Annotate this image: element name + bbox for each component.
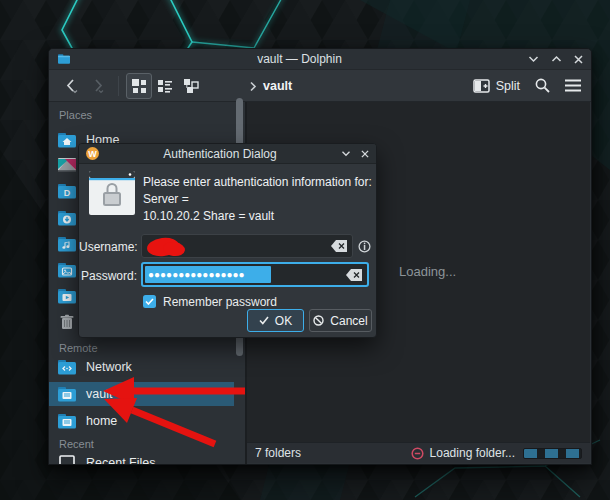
password-label: Password: bbox=[79, 269, 137, 283]
stop-loading-icon[interactable] bbox=[411, 447, 424, 460]
search-icon[interactable] bbox=[534, 77, 551, 94]
loading-progress-bar bbox=[523, 448, 582, 459]
videos-folder-icon bbox=[57, 287, 77, 305]
username-redaction-scribble bbox=[146, 237, 188, 257]
sidebar-item-label: Network bbox=[86, 360, 132, 374]
forward-button[interactable] bbox=[85, 73, 111, 99]
details-view-button[interactable] bbox=[152, 73, 178, 99]
clear-password-icon[interactable] bbox=[346, 269, 363, 281]
dialog-title: Authentication Dialog bbox=[99, 147, 341, 161]
sidebar-item-label: Recent Files bbox=[86, 456, 155, 464]
username-info-icon[interactable] bbox=[358, 240, 371, 253]
network-folder-icon bbox=[57, 358, 77, 376]
icons-view-button[interactable] bbox=[126, 73, 152, 99]
password-dialog-icon bbox=[89, 171, 135, 215]
dolphin-app-icon bbox=[57, 53, 71, 65]
hamburger-menu-icon[interactable] bbox=[565, 79, 581, 92]
main-toolbar: vault Split bbox=[49, 70, 591, 102]
status-loading-text: Loading folder... bbox=[430, 446, 515, 460]
username-label: Username: bbox=[79, 240, 137, 254]
svg-text:D: D bbox=[64, 188, 71, 198]
places-section-header: Places bbox=[59, 109, 92, 121]
sidebar-item-recent-files[interactable]: Recent Files bbox=[49, 451, 234, 464]
password-selected-text: ●●●●●●●●●●●●●●●● bbox=[145, 266, 271, 283]
tree-view-icon bbox=[183, 78, 199, 94]
remember-password-checkbox[interactable] bbox=[143, 295, 156, 308]
remote-section-header: Remote bbox=[59, 342, 98, 354]
cancel-button[interactable]: Cancel bbox=[309, 309, 372, 332]
details-view-icon bbox=[157, 78, 173, 94]
ok-button[interactable]: OK bbox=[247, 309, 304, 332]
close-icon[interactable] bbox=[574, 55, 583, 64]
dialog-app-icon: W bbox=[86, 147, 99, 160]
window-title: vault — Dolphin bbox=[71, 52, 528, 66]
authentication-dialog: W Authentication Dialog Please enter aut… bbox=[78, 143, 377, 338]
toolbar-separator bbox=[118, 76, 119, 96]
back-button[interactable] bbox=[59, 73, 85, 99]
password-field[interactable]: ●●●●●●●●●●●●●●●● bbox=[141, 262, 369, 287]
split-button-label: Split bbox=[496, 79, 520, 93]
sidebar-item-remote-home[interactable]: home bbox=[49, 409, 234, 433]
dialog-message: Please enter authentication information … bbox=[143, 174, 375, 225]
trash-icon bbox=[57, 313, 77, 331]
split-button[interactable]: Split bbox=[473, 79, 520, 93]
tree-view-button[interactable] bbox=[178, 73, 204, 99]
documents-folder-icon: D bbox=[57, 182, 77, 200]
status-bar: 7 folders Loading folder... bbox=[247, 442, 590, 463]
cancel-slash-icon bbox=[313, 315, 324, 326]
clear-username-icon[interactable] bbox=[331, 240, 348, 252]
username-field[interactable] bbox=[141, 234, 353, 258]
sidebar-item-label: vault bbox=[86, 387, 112, 401]
window-titlebar[interactable]: vault — Dolphin bbox=[49, 49, 591, 70]
breadcrumb-current[interactable]: vault bbox=[263, 79, 292, 93]
minimize-icon[interactable] bbox=[528, 55, 539, 63]
home-folder-icon bbox=[57, 131, 77, 149]
ok-check-icon bbox=[259, 316, 269, 325]
status-folders-count: 7 folders bbox=[255, 446, 301, 460]
sidebar-item-label: home bbox=[86, 414, 117, 428]
maximize-icon[interactable] bbox=[551, 55, 562, 63]
music-folder-icon bbox=[57, 235, 77, 253]
recent-section-header: Recent bbox=[59, 438, 94, 450]
sidebar-item-vault[interactable]: vault bbox=[49, 382, 234, 406]
dialog-close-icon[interactable] bbox=[361, 150, 369, 158]
icons-view-icon bbox=[131, 78, 147, 94]
breadcrumb-chevron-icon bbox=[249, 81, 257, 92]
desktop-icon bbox=[57, 156, 77, 174]
pictures-folder-icon bbox=[57, 261, 77, 279]
recent-files-icon bbox=[57, 454, 77, 464]
sidebar-item-network[interactable]: Network bbox=[49, 355, 234, 379]
remember-password-label[interactable]: Remember password bbox=[163, 295, 277, 309]
dialog-titlebar[interactable]: W Authentication Dialog bbox=[79, 144, 376, 164]
view-loading-text: Loading... bbox=[399, 264, 456, 279]
split-view-icon bbox=[473, 79, 490, 93]
breadcrumb[interactable]: vault bbox=[249, 70, 292, 102]
checkmark-icon bbox=[145, 298, 154, 305]
remote-folder-icon bbox=[57, 385, 77, 403]
remote-folder-icon bbox=[57, 412, 77, 430]
downloads-folder-icon bbox=[57, 209, 77, 227]
dialog-minimize-icon[interactable] bbox=[341, 150, 351, 157]
